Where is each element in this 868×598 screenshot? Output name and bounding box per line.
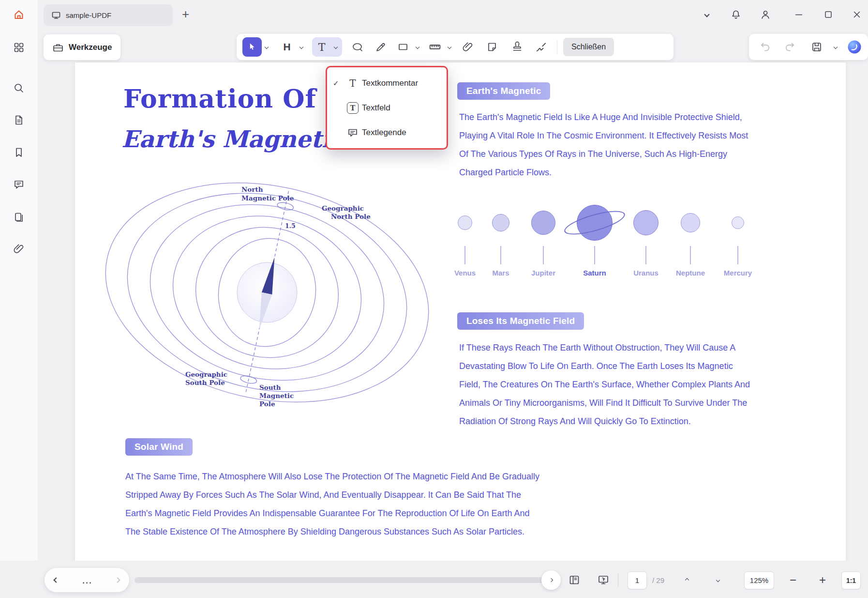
label-north-magnetic-pole: North <box>241 185 263 193</box>
horizontal-scrollbar[interactable] <box>135 577 544 583</box>
menu-item-label: Textfeld <box>362 103 390 113</box>
new-tab-button[interactable]: + <box>182 7 189 22</box>
planet-mercury-circle <box>732 216 744 229</box>
stamp-tool-button[interactable] <box>508 37 527 57</box>
close-icon <box>852 9 862 20</box>
highlight-tool-button[interactable]: H <box>277 37 297 57</box>
actual-size-button[interactable]: 1:1 <box>841 571 861 589</box>
planet-mars-circle <box>492 214 509 231</box>
home-button[interactable] <box>8 4 30 25</box>
comment-tool-button[interactable] <box>348 37 367 57</box>
bookmark-button[interactable] <box>8 142 30 163</box>
tab-title: sample-UPDF <box>66 11 111 19</box>
chevron-down-icon <box>416 45 419 49</box>
slideshow-button[interactable] <box>594 570 613 590</box>
maximize-button[interactable] <box>818 4 838 25</box>
page-total-label: / 29 <box>652 571 664 589</box>
svg-text:Pole: Pole <box>259 400 275 408</box>
highlight-icon: H <box>283 41 290 53</box>
shape-tool-button[interactable] <box>393 37 413 57</box>
page-number-input[interactable]: 1 <box>628 571 647 589</box>
more-pages-button[interactable]: … <box>82 578 92 583</box>
section-heading-badge: Solar Wind <box>125 438 193 456</box>
stamp-icon <box>511 41 523 53</box>
zoom-out-button[interactable]: − <box>783 570 803 590</box>
expand-controls-button[interactable] <box>541 570 561 590</box>
menu-item-label: Textlegende <box>362 128 406 138</box>
zoom-in-button[interactable]: + <box>813 570 832 590</box>
document-button[interactable] <box>8 109 30 131</box>
planet-label: Uranus <box>633 269 658 277</box>
select-tool-dropdown[interactable] <box>262 37 271 57</box>
attachment-button[interactable] <box>8 238 30 260</box>
person-icon <box>760 9 771 20</box>
page-thumbnail-button[interactable] <box>8 207 30 228</box>
redo-button[interactable] <box>780 37 799 57</box>
text-comment-icon: T <box>349 77 356 89</box>
planet-label: Saturn <box>583 269 606 277</box>
attach-file-button[interactable] <box>458 37 478 57</box>
statusbar-divider <box>618 573 618 587</box>
text-tool-button[interactable]: T <box>312 37 331 57</box>
zoom-level-input[interactable]: 125% <box>744 571 774 589</box>
ai-logo-icon <box>847 39 862 55</box>
text-tool-dropdown[interactable] <box>331 37 340 57</box>
menu-item-textlegende[interactable]: Textlegende <box>327 120 447 145</box>
app-root: Formation Of Th Earth's Magnetic F <box>0 0 868 598</box>
document-tab[interactable]: sample-UPDF <box>44 4 173 26</box>
apps-grid-button[interactable] <box>8 37 30 58</box>
text-box-icon: T <box>347 102 359 114</box>
save-button[interactable] <box>807 37 826 57</box>
planet-label: Jupiter <box>531 269 555 277</box>
saturn-ring <box>562 206 627 240</box>
page-up-button[interactable] <box>677 570 697 590</box>
undo-icon <box>760 41 771 53</box>
search-button[interactable] <box>8 77 30 99</box>
sticker-tool-button[interactable] <box>482 37 502 57</box>
save-dropdown[interactable] <box>831 37 840 57</box>
close-edit-button[interactable]: Schließen <box>563 38 614 56</box>
signature-tool-button[interactable] <box>532 37 551 57</box>
page-down-button[interactable] <box>708 570 728 590</box>
menu-item-textkommentar[interactable]: ✓ T Textkommentar <box>327 71 447 95</box>
toolbar-collapse-button[interactable] <box>697 4 717 25</box>
chevron-down-icon <box>334 45 338 49</box>
search-icon <box>13 82 25 94</box>
menu-item-textfeld[interactable]: T Textfeld <box>327 95 447 120</box>
planet-label: Venus <box>454 269 476 277</box>
tools-menu-button[interactable]: Werkzeuge <box>44 34 120 60</box>
history-save-toolbar <box>749 34 868 60</box>
notifications-button[interactable] <box>726 4 746 25</box>
undo-button[interactable] <box>756 37 775 57</box>
maximize-icon <box>823 9 834 20</box>
account-button[interactable] <box>755 4 776 25</box>
text-icon: T <box>318 41 326 53</box>
measure-tool-dropdown[interactable] <box>445 37 454 57</box>
apps-grid-icon <box>13 42 25 53</box>
shape-tool-dropdown[interactable] <box>413 37 422 57</box>
pen-tool-button[interactable] <box>371 37 390 57</box>
next-page-button[interactable] <box>115 577 120 583</box>
minimize-button[interactable] <box>789 4 809 25</box>
close-window-button[interactable] <box>847 4 867 25</box>
reading-mode-button[interactable] <box>565 570 584 590</box>
planet-mercury: Mercury <box>715 199 761 277</box>
planet-uranus-circle <box>633 210 658 235</box>
highlight-tool-dropdown[interactable] <box>297 37 306 57</box>
rectangle-icon <box>397 41 409 53</box>
minimize-icon <box>793 9 804 20</box>
check-icon: ✓ <box>333 79 344 88</box>
chevron-down-icon <box>716 578 720 582</box>
comment-button[interactable] <box>8 174 30 195</box>
ai-assistant-button[interactable] <box>845 37 864 57</box>
select-tool-button[interactable] <box>242 37 262 57</box>
chevron-down-icon <box>834 45 838 49</box>
section-paragraph: If These Rays Reach The Earth Without Ob… <box>459 338 750 430</box>
measure-tool-button[interactable] <box>425 37 445 57</box>
page-nav-pill: … <box>45 568 129 592</box>
presentation-icon <box>598 574 609 586</box>
previous-page-button[interactable] <box>53 577 59 583</box>
label-south-magnetic-pole: South <box>259 383 281 391</box>
bell-icon <box>730 9 742 20</box>
chevron-up-icon <box>685 578 689 582</box>
